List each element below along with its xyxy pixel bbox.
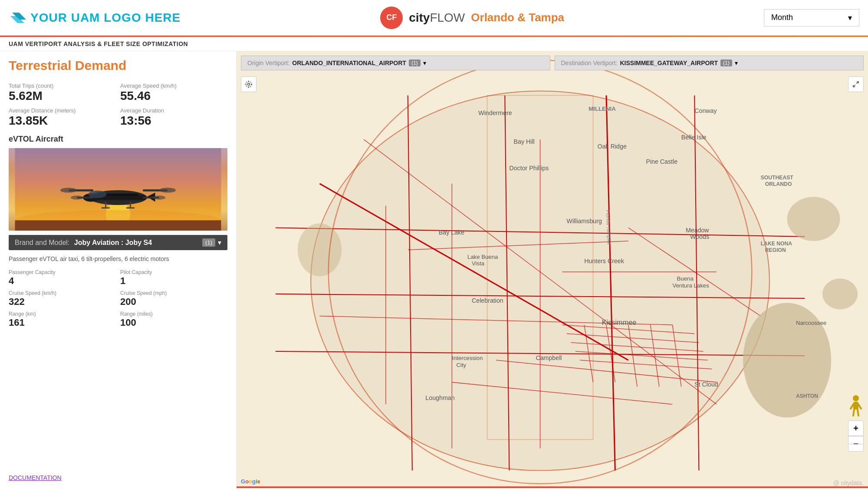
citydata-watermark: @ citydata. (833, 479, 864, 486)
svg-point-57 (298, 223, 342, 276)
svg-text:Williamsburg: Williamsburg (567, 218, 602, 225)
evtol-image (9, 148, 227, 231)
documentation-link[interactable]: DOCUMENTATION (9, 471, 227, 481)
origin-value: ORLANDO_INTERNATIONAL_AIRPORT (292, 59, 406, 66)
svg-text:Buena: Buena (677, 275, 694, 282)
total-trips-value: 5.62M (9, 89, 116, 103)
range-miles-block: Range (miles) 100 (120, 308, 227, 328)
range-miles-value: 100 (120, 317, 227, 328)
left-panel: Terrestrial Demand Total Trips (count) 5… (0, 51, 237, 488)
month-label: Month (771, 13, 793, 22)
map-fullscreen-button[interactable] (848, 76, 864, 92)
range-km-label: Range (km) (9, 311, 116, 317)
range-km-value: 161 (9, 317, 116, 328)
svg-text:Vista: Vista (472, 260, 485, 267)
evtol-section-title: eVTOL Aircraft (9, 135, 227, 144)
svg-point-12 (60, 188, 77, 192)
dropdown-arrow-icon: ▾ (848, 13, 852, 23)
cityflow-city-text: city (409, 11, 430, 24)
avg-duration-block: Average Duration 13:56 (120, 104, 227, 128)
header-center: CF cityFLOW Orlando & Tampa (181, 7, 764, 29)
page-title: UAM VERTIPORT ANALYSIS & FLEET SIZE OPTI… (9, 40, 188, 47)
svg-text:LAKE NONA: LAKE NONA (761, 241, 792, 247)
pilot-capacity-label: Pilot Capacity (120, 269, 227, 275)
range-miles-label: Range (miles) (120, 311, 227, 317)
destination-vertiport-button[interactable]: Destination Vertiport: KISSIMMEE_GATEWAY… (555, 56, 864, 70)
evtol-aircraft-svg (9, 148, 227, 231)
svg-text:Intercession: Intercession (452, 355, 483, 361)
svg-text:Narcoossee: Narcoossee (796, 320, 826, 326)
stats-grid: Total Trips (count) 5.62M Average Speed … (9, 79, 227, 128)
svg-text:Celebration: Celebration (472, 297, 503, 304)
avg-speed-value: 55.46 (120, 89, 227, 103)
origin-vertiport-button[interactable]: Origin Vertiport: ORLANDO_INTERNATIONAL_… (241, 56, 550, 70)
svg-point-19 (89, 191, 107, 198)
svg-point-56 (822, 278, 858, 309)
svg-text:Woods: Woods (690, 233, 709, 240)
origin-count: (1) (409, 59, 421, 66)
svg-point-92 (246, 81, 251, 87)
svg-point-99 (853, 395, 859, 401)
person-icon (850, 395, 862, 416)
terrestrial-demand-title: Terrestrial Demand (9, 58, 227, 73)
destination-label: Destination Vertiport: (561, 59, 618, 66)
svg-line-101 (851, 404, 853, 409)
zoom-divider (848, 444, 864, 444)
svg-rect-5 (15, 220, 221, 231)
svg-text:Conway: Conway (694, 107, 717, 114)
svg-line-104 (858, 410, 858, 416)
svg-text:Kissimmee: Kissimmee (602, 318, 636, 326)
zoom-in-button[interactable]: + (848, 420, 864, 436)
passenger-capacity-block: Passenger Capacity 4 (9, 267, 116, 287)
total-trips-label: Total Trips (count) (9, 83, 116, 89)
origin-dropdown-icon: ▾ (423, 59, 426, 66)
brand-label: Brand and Model: (15, 239, 69, 246)
logo-area: YOUR UAM LOGO HERE (9, 9, 181, 26)
brand-count: (1) (202, 238, 215, 247)
svg-point-16 (71, 195, 83, 200)
passenger-capacity-label: Passenger Capacity (9, 269, 116, 275)
cf-badge: CF (380, 7, 403, 29)
svg-text:Doctor Phillips: Doctor Phillips (509, 165, 549, 172)
brand-model-text: Brand and Model: Joby Aviation : Joby S4 (15, 239, 152, 247)
dropdown-icon: ▾ (218, 238, 221, 247)
cruise-speed-mph-block: Cruise Speed (mph) 200 (120, 287, 227, 307)
svg-line-103 (853, 410, 854, 416)
brand-model-bar[interactable]: Brand and Model: Joby Aviation : Joby S4… (9, 235, 227, 250)
svg-rect-100 (853, 402, 858, 410)
map-svg: Windermere MILLENIA Conway Bay Hill Oak … (237, 51, 868, 488)
destination-count: (1) (720, 59, 732, 66)
origin-label: Origin Vertiport: (247, 59, 289, 66)
avg-distance-value: 13.85K (9, 114, 116, 128)
svg-text:ORLANDO: ORLANDO (765, 181, 792, 187)
right-panel: Origin Vertiport: ORLANDO_INTERNATIONAL_… (237, 51, 868, 488)
svg-text:Lake Buena: Lake Buena (467, 254, 498, 260)
svg-point-91 (248, 83, 250, 86)
aircraft-description: Passenger eVTOL air taxi, 6 tilt-propell… (9, 255, 227, 262)
svg-text:Loughman: Loughman (425, 394, 454, 401)
cityflow-location: Orlando & Tampa (471, 11, 564, 24)
svg-text:SOUTHEAST: SOUTHEAST (761, 175, 794, 181)
map-locate-button[interactable] (241, 76, 256, 92)
cityflow-brand: cityFLOW (409, 11, 465, 25)
passenger-capacity-value: 4 (9, 275, 116, 287)
svg-text:Windermere: Windermere (478, 109, 512, 116)
main-layout: Terrestrial Demand Total Trips (count) 5… (0, 51, 868, 488)
svg-text:Bay Lake: Bay Lake (439, 229, 464, 236)
fullscreen-icon (852, 81, 859, 88)
logo-text: YOUR UAM LOGO HERE (30, 11, 181, 25)
svg-line-102 (858, 404, 861, 409)
cruise-speed-kmh-block: Cruise Speed (km/h) 322 (9, 287, 116, 307)
streetview-icon[interactable] (848, 393, 864, 419)
svg-text:Campbell: Campbell (536, 354, 562, 361)
svg-text:Ventura Lakes: Ventura Lakes (672, 282, 709, 289)
avg-distance-block: Average Distance (meters) 13.85K (9, 104, 116, 128)
cruise-speed-kmh-label: Cruise Speed (km/h) (9, 290, 116, 296)
avg-speed-label: Average Speed (km/h) (120, 83, 227, 89)
svg-point-18 (153, 195, 166, 200)
header-right: Month ▾ (764, 9, 859, 26)
svg-text:Hunters Creek: Hunters Creek (584, 258, 625, 264)
vertiport-controls: Origin Vertiport: ORLANDO_INTERNATIONAL_… (237, 51, 868, 75)
locate-icon (244, 80, 253, 89)
month-dropdown[interactable]: Month ▾ (764, 9, 859, 26)
